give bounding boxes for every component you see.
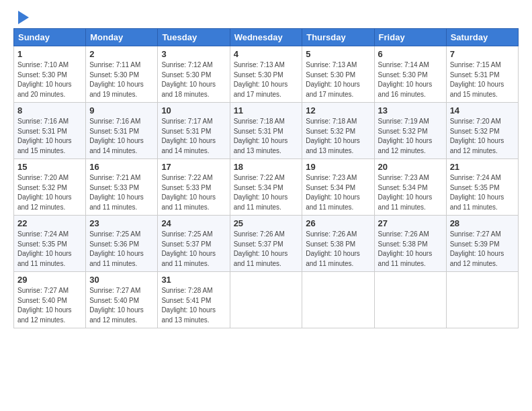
calendar-cell: 18 Sunrise: 7:22 AM Sunset: 5:34 PM Dayl… [230, 159, 302, 216]
calendar-cell: 28 Sunrise: 7:27 AM Sunset: 5:39 PM Dayl… [446, 216, 518, 272]
calendar-header-saturday: Saturday [446, 29, 518, 46]
day-number: 10 [161, 105, 226, 116]
calendar-week-row: 1 Sunrise: 7:10 AM Sunset: 5:30 PM Dayli… [14, 46, 519, 103]
day-number: 13 [378, 105, 443, 116]
calendar-cell [446, 272, 518, 328]
calendar-header-sunday: Sunday [14, 29, 86, 46]
calendar-header-thursday: Thursday [302, 29, 374, 46]
calendar-cell: 27 Sunrise: 7:26 AM Sunset: 5:38 PM Dayl… [374, 216, 446, 272]
day-info: Sunrise: 7:13 AM Sunset: 5:30 PM Dayligh… [306, 60, 370, 99]
day-number: 2 [89, 49, 154, 59]
calendar-week-row: 8 Sunrise: 7:16 AM Sunset: 5:31 PM Dayli… [14, 103, 519, 159]
day-info: Sunrise: 7:20 AM Sunset: 5:32 PM Dayligh… [17, 173, 82, 212]
day-number: 9 [89, 105, 154, 116]
calendar-cell: 26 Sunrise: 7:26 AM Sunset: 5:38 PM Dayl… [302, 216, 374, 272]
day-info: Sunrise: 7:24 AM Sunset: 5:35 PM Dayligh… [17, 230, 82, 269]
calendar-cell [302, 272, 374, 328]
calendar-header-wednesday: Wednesday [230, 29, 302, 46]
day-info: Sunrise: 7:24 AM Sunset: 5:35 PM Dayligh… [450, 173, 515, 212]
day-info: Sunrise: 7:22 AM Sunset: 5:34 PM Dayligh… [234, 173, 299, 212]
calendar-cell: 9 Sunrise: 7:16 AM Sunset: 5:31 PM Dayli… [86, 103, 158, 159]
day-number: 8 [17, 105, 82, 116]
calendar-cell: 6 Sunrise: 7:14 AM Sunset: 5:30 PM Dayli… [374, 46, 446, 103]
day-number: 4 [234, 49, 299, 59]
day-info: Sunrise: 7:12 AM Sunset: 5:30 PM Dayligh… [161, 60, 226, 99]
calendar-header-row: SundayMondayTuesdayWednesdayThursdayFrid… [14, 29, 519, 46]
day-number: 28 [450, 218, 515, 228]
day-number: 5 [306, 49, 370, 59]
day-info: Sunrise: 7:17 AM Sunset: 5:31 PM Dayligh… [161, 117, 226, 156]
day-info: Sunrise: 7:20 AM Sunset: 5:32 PM Dayligh… [450, 117, 515, 156]
calendar-week-row: 22 Sunrise: 7:24 AM Sunset: 5:35 PM Dayl… [14, 216, 519, 272]
day-number: 29 [17, 275, 82, 285]
day-number: 6 [378, 49, 443, 59]
calendar-cell: 13 Sunrise: 7:19 AM Sunset: 5:32 PM Dayl… [374, 103, 446, 159]
calendar-cell: 15 Sunrise: 7:20 AM Sunset: 5:32 PM Dayl… [14, 159, 86, 216]
calendar-cell: 1 Sunrise: 7:10 AM Sunset: 5:30 PM Dayli… [14, 46, 86, 103]
day-info: Sunrise: 7:25 AM Sunset: 5:36 PM Dayligh… [89, 230, 154, 269]
calendar-cell: 23 Sunrise: 7:25 AM Sunset: 5:36 PM Dayl… [86, 216, 158, 272]
calendar-week-row: 29 Sunrise: 7:27 AM Sunset: 5:40 PM Dayl… [14, 272, 519, 328]
day-number: 14 [450, 105, 515, 116]
calendar-cell: 16 Sunrise: 7:21 AM Sunset: 5:33 PM Dayl… [86, 159, 158, 216]
day-info: Sunrise: 7:23 AM Sunset: 5:34 PM Dayligh… [306, 173, 370, 212]
day-number: 26 [306, 218, 370, 228]
day-info: Sunrise: 7:28 AM Sunset: 5:41 PM Dayligh… [161, 286, 226, 325]
day-number: 25 [234, 218, 299, 228]
day-number: 17 [161, 162, 226, 172]
calendar-cell [230, 272, 302, 328]
day-info: Sunrise: 7:22 AM Sunset: 5:33 PM Dayligh… [161, 173, 226, 212]
day-number: 16 [89, 162, 154, 172]
day-number: 3 [161, 49, 226, 59]
day-info: Sunrise: 7:10 AM Sunset: 5:30 PM Dayligh… [17, 60, 82, 99]
calendar-cell: 31 Sunrise: 7:28 AM Sunset: 5:41 PM Dayl… [158, 272, 230, 328]
calendar-cell: 17 Sunrise: 7:22 AM Sunset: 5:33 PM Dayl… [158, 159, 230, 216]
calendar-header-friday: Friday [374, 29, 446, 46]
calendar-cell: 10 Sunrise: 7:17 AM Sunset: 5:31 PM Dayl… [158, 103, 230, 159]
day-number: 31 [161, 275, 226, 285]
day-info: Sunrise: 7:23 AM Sunset: 5:34 PM Dayligh… [378, 173, 443, 212]
calendar-table: SundayMondayTuesdayWednesdayThursdayFrid… [13, 28, 519, 328]
day-info: Sunrise: 7:18 AM Sunset: 5:31 PM Dayligh… [234, 117, 299, 156]
day-number: 27 [378, 218, 443, 228]
day-info: Sunrise: 7:16 AM Sunset: 5:31 PM Dayligh… [89, 117, 154, 156]
logo-arrow-icon [18, 11, 29, 24]
day-number: 15 [17, 162, 82, 172]
day-info: Sunrise: 7:15 AM Sunset: 5:31 PM Dayligh… [450, 60, 515, 99]
day-number: 20 [378, 162, 443, 172]
calendar-cell: 21 Sunrise: 7:24 AM Sunset: 5:35 PM Dayl… [446, 159, 518, 216]
day-number: 1 [17, 49, 82, 59]
header [13, 12, 519, 24]
day-info: Sunrise: 7:11 AM Sunset: 5:30 PM Dayligh… [89, 60, 154, 99]
calendar-cell: 2 Sunrise: 7:11 AM Sunset: 5:30 PM Dayli… [86, 46, 158, 103]
day-info: Sunrise: 7:26 AM Sunset: 5:38 PM Dayligh… [306, 230, 370, 269]
day-number: 18 [234, 162, 299, 172]
logo [13, 12, 29, 24]
calendar-cell: 25 Sunrise: 7:26 AM Sunset: 5:37 PM Dayl… [230, 216, 302, 272]
calendar-header-monday: Monday [86, 29, 158, 46]
calendar-cell: 20 Sunrise: 7:23 AM Sunset: 5:34 PM Dayl… [374, 159, 446, 216]
calendar-week-row: 15 Sunrise: 7:20 AM Sunset: 5:32 PM Dayl… [14, 159, 519, 216]
calendar-cell [374, 272, 446, 328]
day-info: Sunrise: 7:27 AM Sunset: 5:40 PM Dayligh… [17, 286, 82, 325]
day-info: Sunrise: 7:14 AM Sunset: 5:30 PM Dayligh… [378, 60, 443, 99]
day-number: 30 [89, 275, 154, 285]
day-number: 21 [450, 162, 515, 172]
day-info: Sunrise: 7:18 AM Sunset: 5:32 PM Dayligh… [306, 117, 370, 156]
day-info: Sunrise: 7:16 AM Sunset: 5:31 PM Dayligh… [17, 117, 82, 156]
calendar-cell: 8 Sunrise: 7:16 AM Sunset: 5:31 PM Dayli… [14, 103, 86, 159]
calendar-cell: 11 Sunrise: 7:18 AM Sunset: 5:31 PM Dayl… [230, 103, 302, 159]
day-number: 11 [234, 105, 299, 116]
calendar-header-tuesday: Tuesday [158, 29, 230, 46]
calendar-cell: 4 Sunrise: 7:13 AM Sunset: 5:30 PM Dayli… [230, 46, 302, 103]
calendar-cell: 12 Sunrise: 7:18 AM Sunset: 5:32 PM Dayl… [302, 103, 374, 159]
day-info: Sunrise: 7:25 AM Sunset: 5:37 PM Dayligh… [161, 230, 226, 269]
calendar-cell: 19 Sunrise: 7:23 AM Sunset: 5:34 PM Dayl… [302, 159, 374, 216]
day-number: 7 [450, 49, 515, 59]
calendar-cell: 24 Sunrise: 7:25 AM Sunset: 5:37 PM Dayl… [158, 216, 230, 272]
page: SundayMondayTuesdayWednesdayThursdayFrid… [0, 0, 532, 335]
day-number: 19 [306, 162, 370, 172]
day-info: Sunrise: 7:27 AM Sunset: 5:39 PM Dayligh… [450, 230, 515, 269]
day-number: 23 [89, 218, 154, 228]
day-info: Sunrise: 7:26 AM Sunset: 5:38 PM Dayligh… [378, 230, 443, 269]
